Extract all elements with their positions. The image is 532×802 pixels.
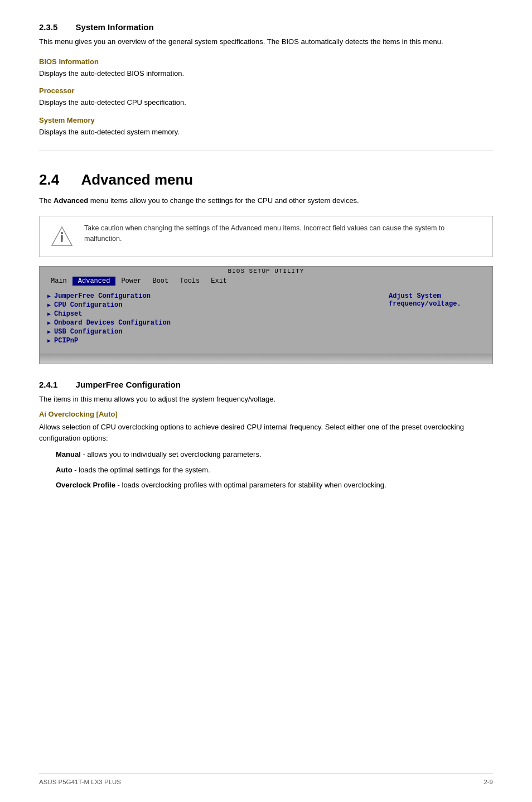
subsection-processor-heading: Processor: [39, 86, 493, 95]
subsection-system-memory-body: Displays the auto-detected system memory…: [39, 127, 493, 138]
bios-menu-power[interactable]: Power: [115, 277, 147, 286]
section-241-heading: 2.4.1 JumperFree Configuration: [39, 380, 493, 389]
section-24-heading: 2.4 Advanced menu: [39, 171, 493, 189]
svg-point-2: [61, 232, 63, 234]
option-auto: Auto - loads the optimal settings for th…: [56, 465, 493, 476]
warning-icon: !: [49, 223, 75, 250]
bios-menu-boot[interactable]: Boot: [147, 277, 174, 286]
ai-overclocking-body: Allows selection of CPU overclocking opt…: [39, 422, 493, 445]
section-24-intro-before: The: [39, 196, 54, 205]
section-235: 2.3.5 System Information This menu gives…: [39, 22, 493, 137]
bios-item-onboard[interactable]: Onboard Devices Configuration: [47, 319, 373, 327]
section-235-title: System Information: [76, 22, 154, 32]
footer: ASUS P5G41T-M LX3 PLUS 2-9: [39, 774, 493, 785]
warning-box: ! Take caution when changing the setting…: [39, 216, 493, 257]
svg-rect-3: [61, 235, 63, 241]
option-overclock-label: Overclock Profile: [56, 481, 115, 489]
bios-content-area: JumperFree Configuration CPU Configurati…: [40, 287, 492, 354]
section-24-intro-after: menu items allow you to change the setti…: [88, 196, 359, 205]
section-24-number: 2.4: [39, 171, 59, 188]
subsection-system-memory-heading: System Memory: [39, 116, 493, 124]
bios-item-chipset[interactable]: Chipset: [47, 310, 373, 318]
bios-item-pcipnp[interactable]: PCIPnP: [47, 337, 373, 345]
section-24-title: Advanced menu: [81, 171, 193, 188]
bios-item-usb[interactable]: USB Configuration: [47, 328, 373, 336]
section-24: 2.4 Advanced menu The Advanced menu item…: [39, 171, 493, 364]
option-manual: Manual - allows you to individually set …: [56, 449, 493, 460]
bios-menu-main[interactable]: Main: [45, 277, 72, 286]
bios-menu-exit[interactable]: Exit: [205, 277, 233, 286]
section-235-intro: This menu gives you an overview of the g…: [39, 36, 493, 47]
warning-text: Take caution when changing the settings …: [84, 223, 483, 244]
bios-right-panel: Adjust Systemfrequency/voltage.: [381, 287, 492, 354]
bios-shadow: [40, 354, 492, 364]
option-auto-text: - loads the optimal settings for the sys…: [72, 466, 210, 474]
subsection-bios-info-body: Displays the auto-detected BIOS informat…: [39, 68, 493, 79]
option-manual-text: - allows you to individually set overclo…: [81, 450, 262, 458]
bios-item-cpu[interactable]: CPU Configuration: [47, 301, 373, 309]
section-241-intro: The items in this menu allows you to adj…: [39, 394, 493, 405]
bios-item-jumperfree[interactable]: JumperFree Configuration: [47, 292, 373, 300]
bios-right-text: Adjust Systemfrequency/voltage.: [389, 292, 461, 308]
bios-menu-advanced[interactable]: Advanced: [72, 277, 116, 286]
option-overclock-profile: Overclock Profile - loads overclocking p…: [56, 480, 493, 491]
section-24-intro-bold: Advanced: [54, 196, 88, 205]
section-divider: [39, 151, 493, 151]
subsection-processor-body: Displays the auto-detected CPU specifica…: [39, 97, 493, 108]
section-235-heading: 2.3.5 System Information: [39, 22, 493, 32]
option-manual-label: Manual: [56, 450, 81, 458]
bios-menu-bar: Main Advanced Power Boot Tools Exit: [40, 276, 492, 287]
footer-right: 2-9: [483, 779, 493, 785]
option-overclock-text: - loads overclocking profiles with optim…: [115, 481, 386, 489]
bios-screen: BIOS SETUP UTILITY Main Advanced Power B…: [39, 266, 493, 364]
bios-left-panel: JumperFree Configuration CPU Configurati…: [40, 287, 381, 354]
section-24-intro: The Advanced menu items allow you to cha…: [39, 195, 493, 207]
option-auto-label: Auto: [56, 466, 72, 474]
section-235-number: 2.3.5: [39, 22, 57, 32]
section-241-title: JumperFree Configuration: [76, 380, 181, 389]
subsection-bios-info-heading: BIOS Information: [39, 57, 493, 66]
bios-top-bar: BIOS SETUP UTILITY: [40, 267, 492, 276]
bios-menu-tools[interactable]: Tools: [174, 277, 205, 286]
footer-left: ASUS P5G41T-M LX3 PLUS: [39, 779, 121, 785]
ai-overclocking-heading: Ai Overclocking [Auto]: [39, 410, 493, 418]
section-241-number: 2.4.1: [39, 380, 57, 389]
section-241: 2.4.1 JumperFree Configuration The items…: [39, 380, 493, 491]
